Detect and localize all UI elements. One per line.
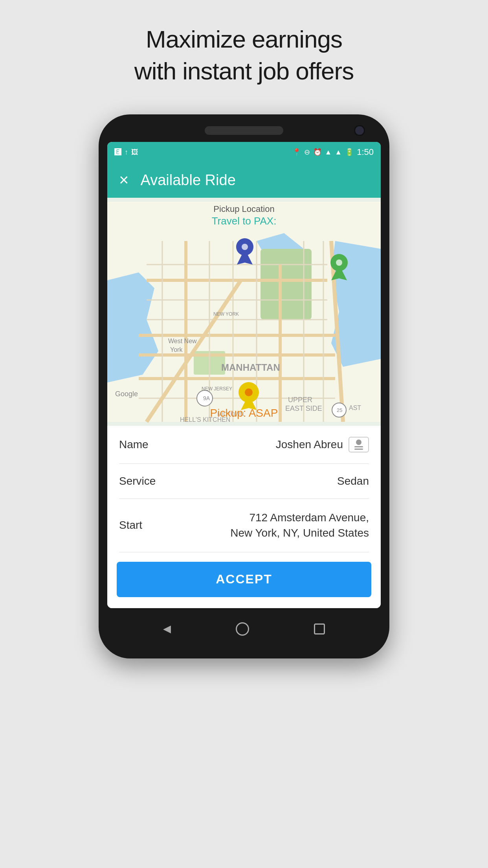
map-svg: West New York NEW JERSEY NEW YORK MANHAT… <box>107 198 381 426</box>
map-label-travel: Travel to PAX: <box>212 215 277 227</box>
start-value: 712 Amsterdam Avenue,New York, NY, Unite… <box>230 510 369 541</box>
service-row: Service Sedan <box>119 464 369 499</box>
location-icon: 📍 <box>292 148 301 156</box>
accept-section: ACCEPT <box>107 552 381 608</box>
service-label: Service <box>119 475 156 487</box>
svg-point-43 <box>245 388 253 396</box>
name-value: Joshen Abreu <box>276 437 369 452</box>
svg-text:NEW YORK: NEW YORK <box>213 311 239 317</box>
start-row: Start 712 Amsterdam Avenue,New York, NY,… <box>119 499 369 552</box>
et-icon: 🅴 <box>114 148 121 156</box>
phone-speaker <box>205 126 283 135</box>
service-value: Sedan <box>337 475 369 487</box>
svg-text:MANHATTAN: MANHATTAN <box>221 362 280 373</box>
svg-point-40 <box>336 259 342 266</box>
wifi-icon: ▲ <box>325 148 332 156</box>
map-container: West New York NEW JERSEY NEW YORK MANHAT… <box>107 198 381 426</box>
signal-icon: ▲ <box>335 148 342 156</box>
map-label-google: Google <box>115 390 138 398</box>
phone-shell: 🅴 ↑ 🖼 📍 ⊖ ⏰ ▲ ▲ 🔋 1:50 × Available Ride <box>99 114 389 658</box>
svg-point-37 <box>242 244 248 250</box>
svg-text:West New: West New <box>168 338 197 344</box>
svg-text:9A: 9A <box>203 395 210 401</box>
start-label: Start <box>119 519 142 531</box>
app-header-title: Available Ride <box>141 172 236 189</box>
headline: Maximize earnings with instant job offer… <box>134 24 354 87</box>
status-right-icons: 📍 ⊖ ⏰ ▲ ▲ 🔋 1:50 <box>292 147 374 157</box>
phone-screen: 🅴 ↑ 🖼 📍 ⊖ ⏰ ▲ ▲ 🔋 1:50 × Available Ride <box>107 142 381 608</box>
page-wrapper: Maximize earnings with instant job offer… <box>0 0 488 868</box>
upload-icon: ↑ <box>125 148 128 156</box>
home-nav-button[interactable] <box>236 622 249 636</box>
battery-icon: 🔋 <box>345 148 354 156</box>
status-bar: 🅴 ↑ 🖼 📍 ⊖ ⏰ ▲ ▲ 🔋 1:50 <box>107 142 381 162</box>
close-button[interactable]: × <box>119 172 129 188</box>
svg-text:AST: AST <box>349 405 361 411</box>
phone-top-bar <box>107 126 381 135</box>
svg-text:EAST SIDE: EAST SIDE <box>285 405 322 412</box>
recents-nav-button[interactable] <box>314 623 325 634</box>
image-icon: 🖼 <box>131 148 138 156</box>
pickup-asap-label: Pickup: ASAP <box>210 407 278 419</box>
svg-text:UPPER: UPPER <box>288 396 312 404</box>
minus-circle-icon: ⊖ <box>304 148 310 156</box>
phone-bottom-nav: ◀ <box>107 615 381 643</box>
back-nav-button[interactable]: ◀ <box>163 623 171 635</box>
name-label: Name <box>119 438 149 451</box>
clock-icon: ⏰ <box>313 148 322 156</box>
name-row: Name Joshen Abreu <box>119 426 369 464</box>
info-section: Name Joshen Abreu <box>107 426 381 552</box>
status-left-icons: 🅴 ↑ 🖼 <box>114 148 138 156</box>
svg-text:25: 25 <box>337 407 342 413</box>
map-label-pickup: Pickup Location <box>213 204 274 214</box>
accept-button[interactable]: ACCEPT <box>117 562 371 597</box>
status-time: 1:50 <box>357 147 374 157</box>
name-profile-icon[interactable] <box>349 437 369 452</box>
phone-camera <box>354 125 365 136</box>
svg-text:York: York <box>170 346 183 353</box>
app-header: × Available Ride <box>107 162 381 198</box>
